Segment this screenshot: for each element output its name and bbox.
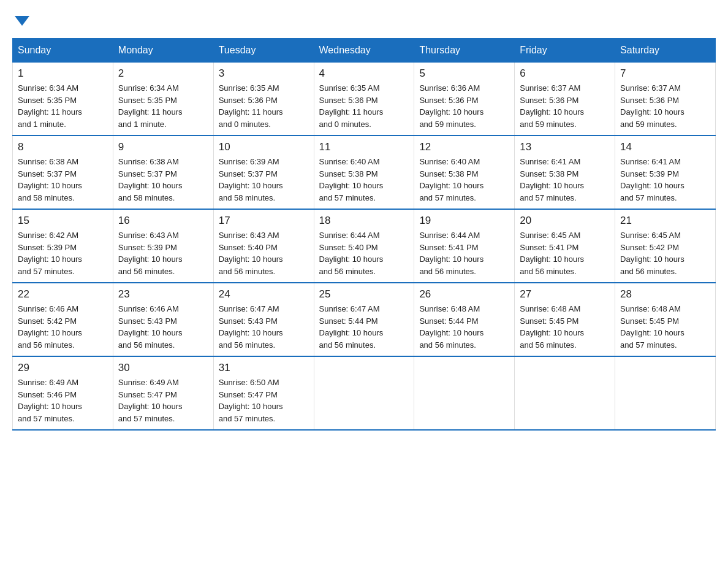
day-info: Sunrise: 6:46 AMSunset: 5:43 PMDaylight:… <box>118 303 208 351</box>
calendar-cell <box>615 356 716 430</box>
day-info-line: Sunset: 5:39 PM <box>18 243 77 252</box>
calendar-header-sunday: Sunday <box>13 39 113 63</box>
day-info-line: and 58 minutes. <box>118 193 175 202</box>
day-info: Sunrise: 6:37 AMSunset: 5:36 PMDaylight:… <box>520 82 610 130</box>
day-info-line: Sunrise: 6:49 AM <box>118 378 179 387</box>
day-info-line: Daylight: 10 hours <box>620 107 684 117</box>
day-info: Sunrise: 6:43 AMSunset: 5:40 PMDaylight:… <box>219 229 309 277</box>
calendar-cell: 25 Sunrise: 6:47 AMSunset: 5:44 PMDaylig… <box>314 283 414 356</box>
day-info-line: and 0 minutes. <box>319 120 371 129</box>
calendar-cell: 9 Sunrise: 6:38 AMSunset: 5:37 PMDayligh… <box>113 136 213 209</box>
day-info-line: and 56 minutes. <box>18 340 75 350</box>
day-info-line: Daylight: 10 hours <box>219 328 283 337</box>
day-info-line: Sunset: 5:42 PM <box>18 316 77 326</box>
calendar-cell: 7 Sunrise: 6:37 AMSunset: 5:36 PMDayligh… <box>615 63 716 136</box>
day-info: Sunrise: 6:39 AMSunset: 5:37 PMDaylight:… <box>219 156 309 204</box>
day-number: 22 <box>18 288 108 301</box>
calendar-cell: 17 Sunrise: 6:43 AMSunset: 5:40 PMDaylig… <box>213 209 314 283</box>
day-info-line: and 59 minutes. <box>520 120 577 129</box>
calendar-cell: 15 Sunrise: 6:42 AMSunset: 5:39 PMDaylig… <box>13 209 113 283</box>
day-info-line: Sunset: 5:36 PM <box>319 96 378 105</box>
day-info-line: Sunrise: 6:50 AM <box>219 378 279 387</box>
logo <box>12 12 29 26</box>
day-info-line: and 57 minutes. <box>118 414 175 423</box>
calendar-week-row: 1 Sunrise: 6:34 AMSunset: 5:35 PMDayligh… <box>13 63 716 136</box>
day-number: 1 <box>18 67 108 80</box>
calendar-cell <box>414 356 515 430</box>
day-info-line: Sunset: 5:41 PM <box>419 243 478 252</box>
day-info-line: Sunrise: 6:34 AM <box>18 83 78 93</box>
logo-arrow-icon <box>15 16 29 26</box>
day-number: 25 <box>319 288 409 301</box>
calendar-week-row: 8 Sunrise: 6:38 AMSunset: 5:37 PMDayligh… <box>13 136 716 209</box>
day-info-line: and 59 minutes. <box>419 120 476 129</box>
day-info-line: and 57 minutes. <box>620 340 677 350</box>
day-info-line: and 57 minutes. <box>620 193 677 202</box>
day-info-line: and 57 minutes. <box>419 193 476 202</box>
day-number: 14 <box>620 141 710 153</box>
day-info-line: Sunrise: 6:37 AM <box>620 83 681 93</box>
day-info-line: Sunrise: 6:40 AM <box>319 157 380 166</box>
day-info-line: Sunset: 5:47 PM <box>219 390 278 399</box>
day-info-line: Sunset: 5:45 PM <box>520 316 578 326</box>
day-info-line: Daylight: 10 hours <box>18 255 82 264</box>
day-info-line: and 56 minutes. <box>219 267 276 276</box>
day-info: Sunrise: 6:37 AMSunset: 5:36 PMDaylight:… <box>620 82 710 130</box>
day-info-line: Sunset: 5:37 PM <box>118 169 177 178</box>
day-info-line: Sunset: 5:36 PM <box>520 96 578 105</box>
day-info-line: Daylight: 10 hours <box>620 328 684 337</box>
day-number: 7 <box>620 67 710 80</box>
day-info-line: Sunrise: 6:43 AM <box>219 231 279 240</box>
day-number: 17 <box>219 215 309 227</box>
day-info-line: and 56 minutes. <box>520 267 577 276</box>
day-info-line: Sunrise: 6:42 AM <box>18 231 78 240</box>
calendar-cell: 12 Sunrise: 6:40 AMSunset: 5:38 PMDaylig… <box>414 136 515 209</box>
day-info-line: and 56 minutes. <box>319 340 376 350</box>
calendar-cell: 21 Sunrise: 6:45 AMSunset: 5:42 PMDaylig… <box>615 209 716 283</box>
calendar-cell: 19 Sunrise: 6:44 AMSunset: 5:41 PMDaylig… <box>414 209 515 283</box>
calendar-cell: 14 Sunrise: 6:41 AMSunset: 5:39 PMDaylig… <box>615 136 716 209</box>
calendar-cell: 4 Sunrise: 6:35 AMSunset: 5:36 PMDayligh… <box>314 63 414 136</box>
calendar-cell <box>314 356 414 430</box>
day-info-line: Daylight: 10 hours <box>419 255 483 264</box>
day-info-line: Daylight: 10 hours <box>520 328 584 337</box>
day-info-line: Sunset: 5:45 PM <box>620 316 679 326</box>
day-number: 30 <box>118 362 208 374</box>
day-number: 31 <box>219 362 309 374</box>
day-info-line: Sunrise: 6:41 AM <box>520 157 580 166</box>
day-info-line: and 59 minutes. <box>620 120 677 129</box>
day-info-line: Daylight: 10 hours <box>118 402 183 411</box>
calendar-header-wednesday: Wednesday <box>314 39 414 63</box>
day-info-line: Daylight: 10 hours <box>620 181 684 190</box>
day-info-line: and 56 minutes. <box>219 340 276 350</box>
calendar-cell: 24 Sunrise: 6:47 AMSunset: 5:43 PMDaylig… <box>213 283 314 356</box>
day-number: 4 <box>319 67 409 80</box>
day-info-line: Daylight: 10 hours <box>18 402 82 411</box>
day-info-line: Sunrise: 6:48 AM <box>620 304 681 313</box>
day-info: Sunrise: 6:47 AMSunset: 5:43 PMDaylight:… <box>219 303 309 351</box>
day-info-line: Sunset: 5:35 PM <box>18 96 77 105</box>
day-info-line: Sunset: 5:40 PM <box>319 243 378 252</box>
day-info: Sunrise: 6:46 AMSunset: 5:42 PMDaylight:… <box>18 303 108 351</box>
day-info-line: Sunrise: 6:39 AM <box>219 157 279 166</box>
day-number: 21 <box>620 215 710 227</box>
calendar-week-row: 15 Sunrise: 6:42 AMSunset: 5:39 PMDaylig… <box>13 209 716 283</box>
day-info: Sunrise: 6:40 AMSunset: 5:38 PMDaylight:… <box>319 156 409 204</box>
day-info-line: and 56 minutes. <box>620 267 677 276</box>
day-number: 13 <box>520 141 610 153</box>
day-info-line: Sunset: 5:44 PM <box>419 316 478 326</box>
day-info: Sunrise: 6:38 AMSunset: 5:37 PMDaylight:… <box>118 156 208 204</box>
day-info-line: Sunset: 5:44 PM <box>319 316 378 326</box>
calendar-cell: 1 Sunrise: 6:34 AMSunset: 5:35 PMDayligh… <box>13 63 113 136</box>
day-info-line: Sunrise: 6:47 AM <box>219 304 279 313</box>
day-info-line: and 57 minutes. <box>520 193 577 202</box>
day-info-line: Sunset: 5:37 PM <box>219 169 278 178</box>
day-info-line: Sunrise: 6:40 AM <box>419 157 480 166</box>
day-info-line: Daylight: 10 hours <box>620 255 684 264</box>
day-number: 15 <box>18 215 108 227</box>
day-info-line: Sunset: 5:41 PM <box>520 243 578 252</box>
day-number: 12 <box>419 141 509 153</box>
day-info-line: Sunrise: 6:38 AM <box>118 157 179 166</box>
day-info-line: Sunset: 5:43 PM <box>219 316 278 326</box>
day-info-line: Sunset: 5:43 PM <box>118 316 177 326</box>
